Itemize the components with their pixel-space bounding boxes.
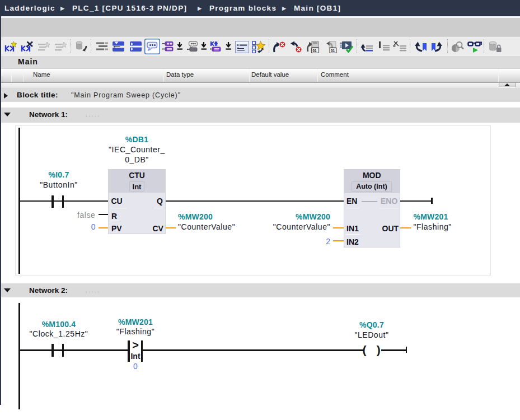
svg-text:01: 01	[331, 49, 335, 53]
svg-text:01: 01	[313, 49, 317, 53]
